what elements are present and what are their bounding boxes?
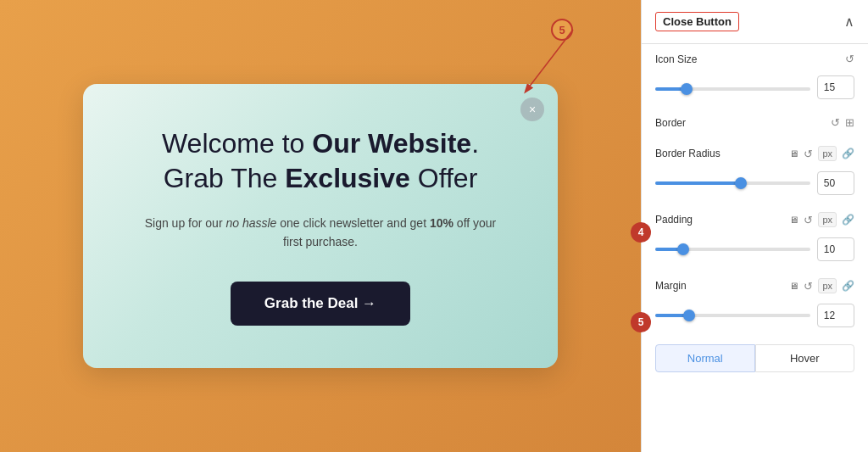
border-row: Border ↺ ⊞ — [642, 108, 868, 137]
panel-header: Close Button ∧ — [642, 0, 868, 44]
popup-heading: Welcome to Our Website. Grab The Exclusi… — [134, 126, 507, 197]
preview-area: 5 × Welcome to Our Website. Grab The Exc… — [0, 0, 641, 452]
margin-monitor-icon: 🖥 — [789, 281, 798, 291]
popup-card: × Welcome to Our Website. Grab The Exclu… — [83, 84, 558, 369]
tab-hover[interactable]: Hover — [755, 344, 855, 372]
icon-size-value[interactable]: 15 — [817, 75, 854, 99]
margin-reset-icon[interactable]: ↺ — [804, 280, 813, 293]
icon-size-slider-row: 15 — [642, 74, 868, 108]
padding-slider-row: 10 — [642, 236, 868, 270]
margin-label: Margin — [655, 280, 784, 292]
padding-row: Padding 🖥 ↺ px 🔗 — [642, 204, 868, 236]
tab-normal[interactable]: Normal — [655, 344, 755, 372]
border-radius-reset-icon[interactable]: ↺ — [804, 148, 813, 160]
annotation-5-close: 5 — [551, 19, 573, 41]
border-radius-slider-row: 50 — [642, 170, 868, 204]
margin-value[interactable]: 12 — [817, 304, 854, 327]
grab-deal-button[interactable]: Grab the Deal → — [231, 282, 410, 326]
state-tabs: Normal Hover — [655, 344, 854, 372]
padding-reset-icon[interactable]: ↺ — [804, 214, 813, 226]
padding-label: Padding — [655, 214, 784, 226]
border-expand-icon[interactable]: ⊞ — [845, 116, 854, 129]
margin-slider-row: 12 — [642, 302, 868, 336]
border-radius-label: Border Radius — [655, 148, 784, 159]
collapse-icon[interactable]: ∧ — [844, 14, 854, 30]
border-radius-unit[interactable]: px — [818, 146, 837, 161]
settings-panel: Close Button ∧ Icon Size ↺ 15 Border ↺ ⊞… — [641, 0, 868, 452]
margin-row: Margin 🖥 ↺ px 🔗 — [642, 270, 868, 302]
popup-close-button[interactable]: × — [520, 98, 544, 121]
annotation-5-margin: 5 — [631, 312, 651, 332]
icon-size-label: Icon Size — [655, 53, 840, 65]
popup-subtext: Sign up for our no hassle one click news… — [134, 214, 507, 252]
padding-value[interactable]: 10 — [817, 237, 854, 261]
annotation-4-padding: 4 — [631, 222, 651, 243]
border-radius-monitor-icon: 🖥 — [789, 148, 798, 159]
padding-link-icon[interactable]: 🔗 — [842, 214, 854, 226]
border-radius-row: Border Radius 🖥 ↺ px 🔗 — [642, 137, 868, 170]
icon-size-reset-icon[interactable]: ↺ — [845, 53, 854, 65]
panel-title: Close Button — [655, 12, 739, 31]
padding-unit[interactable]: px — [818, 212, 837, 227]
border-reset-icon[interactable]: ↺ — [831, 116, 840, 129]
margin-unit[interactable]: px — [818, 278, 837, 293]
border-radius-link-icon[interactable]: 🔗 — [842, 148, 854, 159]
padding-monitor-icon: 🖥 — [789, 215, 798, 225]
margin-link-icon[interactable]: 🔗 — [842, 280, 854, 292]
border-label: Border — [655, 117, 826, 129]
icon-size-row: Icon Size ↺ — [642, 44, 868, 74]
border-radius-value[interactable]: 50 — [817, 171, 854, 195]
